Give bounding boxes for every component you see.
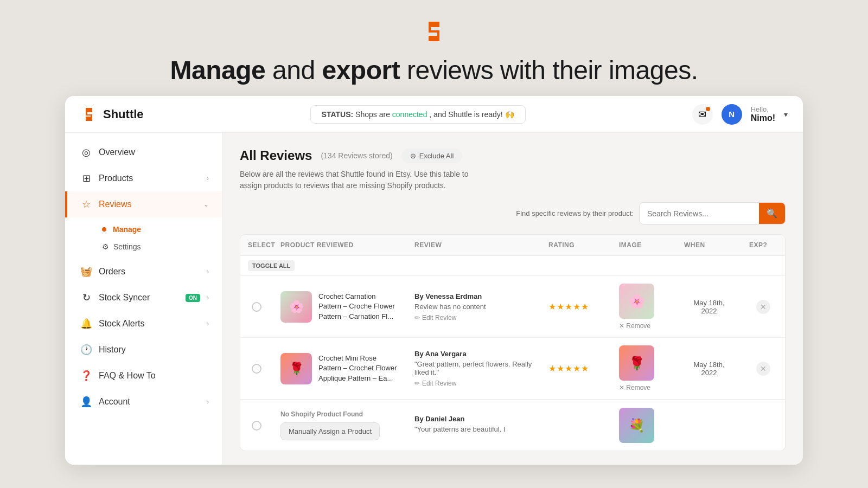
- hero-section: Manage and export reviews with their ima…: [0, 0, 868, 96]
- row3-review-image: 💐: [619, 408, 654, 443]
- account-icon: 👤: [80, 396, 92, 408]
- row3-select-cell: [240, 421, 273, 431]
- sidebar-item-history[interactable]: 🕐 History: [65, 337, 222, 363]
- sidebar-item-stock-syncer[interactable]: ↻ Stock Syncer ON ›: [65, 285, 222, 311]
- row1-exp-button[interactable]: ✕: [756, 300, 770, 314]
- history-icon: 🕐: [80, 344, 92, 356]
- notifications-button[interactable]: ✉: [692, 104, 713, 125]
- th-exp: EXP?: [742, 235, 785, 255]
- syncer-chevron-icon: ›: [207, 294, 209, 301]
- row1-review-image: 🌸: [619, 284, 654, 319]
- toggle-all-button[interactable]: TOGGLE ALL: [248, 260, 295, 271]
- main-content: All Reviews (134 Reviews stored) ⊝ Exclu…: [222, 133, 803, 465]
- toggle-all-row: TOGGLE ALL: [240, 256, 785, 276]
- row2-image-cell: 🌹 ✕ Remove: [611, 345, 676, 391]
- user-menu-chevron[interactable]: ▾: [784, 110, 788, 119]
- row2-when-cell: May 18th,2022: [676, 361, 742, 377]
- reviews-submenu: Manage ⚙ Settings: [65, 217, 222, 259]
- sidebar-item-orders[interactable]: 🧺 Orders ›: [65, 259, 222, 285]
- brand: Shuttle: [80, 106, 144, 123]
- row3-reviewer: By Daniel Jean: [414, 415, 533, 423]
- row2-review-cell: By Ana Vergara "Great pattern, perfect f…: [407, 350, 541, 387]
- row1-review-cell: By Venessa Erdman Review has no content …: [407, 292, 541, 322]
- search-input[interactable]: [640, 204, 759, 223]
- row2-remove-button[interactable]: ✕ Remove: [619, 384, 650, 391]
- sidebar-item-reviews[interactable]: ☆ Reviews ⌄: [65, 191, 222, 217]
- reviews-count: (134 Reviews stored): [321, 151, 392, 160]
- row2-product-cell: 🌹 Crochet Mini Rose Pattern – Crochet Fl…: [273, 353, 407, 384]
- search-icon: 🔍: [767, 208, 777, 219]
- account-chevron-icon: ›: [207, 398, 209, 406]
- sidebar-item-overview[interactable]: ◎ Overview: [65, 139, 222, 165]
- products-chevron-icon: ›: [207, 175, 209, 182]
- faq-icon: ❓: [80, 370, 92, 382]
- row2-stars: ★★★★★: [548, 364, 589, 373]
- sidebar-item-faq[interactable]: ❓ FAQ & How To: [65, 363, 222, 389]
- row1-edit-review-button[interactable]: ✏ Edit Review: [414, 314, 456, 322]
- search-input-wrap: 🔍: [639, 202, 786, 224]
- search-button[interactable]: 🔍: [759, 203, 785, 224]
- row1-image-cell: 🌸 ✕ Remove: [611, 284, 676, 330]
- row2-exp-cell: ✕: [742, 362, 785, 376]
- notification-dot: [705, 106, 711, 112]
- row3-review-cell: By Daniel Jean "Your patterns are beauti…: [407, 415, 541, 436]
- row2-select-cell: [240, 364, 273, 374]
- th-when: WHEN: [676, 235, 742, 255]
- hero-logo-icon: [418, 15, 450, 48]
- products-icon: ⊞: [80, 172, 92, 184]
- exclude-all-button[interactable]: ⊝ Exclude All: [401, 149, 463, 163]
- settings-sub-icon: ⚙: [102, 242, 109, 251]
- row3-radio[interactable]: [252, 421, 261, 431]
- stock-syncer-icon: ↻: [80, 292, 92, 304]
- table-row: 🌸 Crochet Carnation Pattern – Croche Flo…: [240, 276, 785, 338]
- hero-title: Manage and export reviews with their ima…: [170, 55, 698, 85]
- row1-product-cell: 🌸 Crochet Carnation Pattern – Croche Flo…: [273, 291, 407, 323]
- row2-product-image: 🌹: [280, 353, 312, 384]
- row1-remove-button[interactable]: ✕ Remove: [619, 322, 650, 330]
- row3-product-cell: No Shopify Product Found Manually Assign…: [273, 410, 407, 440]
- edit-icon: ✏: [414, 314, 420, 322]
- sidebar-item-products[interactable]: ⊞ Products ›: [65, 165, 222, 191]
- row1-rating-cell: ★★★★★: [541, 301, 611, 312]
- app-body: ◎ Overview ⊞ Products › ☆ Reviews ⌄ Mana…: [65, 133, 803, 465]
- search-row: Find specific reviews by their product: …: [240, 202, 786, 224]
- th-image: IMAGE: [611, 235, 676, 255]
- sidebar-item-account[interactable]: 👤 Account ›: [65, 389, 222, 415]
- th-review: REVIEW: [407, 235, 541, 255]
- app-window: Shuttle STATUS: Shops are connected , an…: [65, 96, 803, 465]
- row2-exp-button[interactable]: ✕: [756, 362, 770, 376]
- manually-assign-button[interactable]: Manually Assign a Product: [280, 422, 380, 440]
- avatar: N: [722, 104, 742, 125]
- reviews-header: All Reviews (134 Reviews stored) ⊝ Exclu…: [240, 148, 786, 163]
- th-select: SELECT: [240, 235, 273, 255]
- reviews-chevron-icon: ⌄: [203, 201, 209, 208]
- row3-image-cell: 💐: [611, 408, 676, 443]
- sidebar-sub-manage[interactable]: Manage: [95, 221, 222, 238]
- row2-reviewer: By Ana Vergara: [414, 350, 533, 358]
- search-label: Find specific reviews by their product:: [516, 209, 634, 217]
- orders-icon: 🧺: [80, 266, 92, 278]
- row1-when-cell: May 18th,2022: [676, 299, 742, 315]
- sidebar-sub-settings[interactable]: ⚙ Settings: [95, 238, 222, 255]
- alerts-chevron-icon: ›: [207, 320, 209, 328]
- header-right: ✉ N Hello, Nimo! ▾: [692, 104, 788, 125]
- row1-review-text: Review has no content: [414, 303, 533, 311]
- user-info: Hello, Nimo!: [751, 105, 775, 123]
- row2-radio[interactable]: [252, 364, 261, 374]
- reviews-icon: ☆: [80, 198, 92, 210]
- brand-logo-icon: [80, 106, 98, 123]
- orders-chevron-icon: ›: [207, 268, 209, 275]
- row1-date: May 18th,2022: [684, 299, 734, 315]
- row1-exp-cell: ✕: [742, 300, 785, 314]
- brand-name: Shuttle: [103, 107, 144, 121]
- sidebar-item-stock-alerts[interactable]: 🔔 Stock Alerts ›: [65, 311, 222, 337]
- row1-radio[interactable]: [252, 302, 261, 312]
- edit-icon: ✏: [414, 380, 420, 387]
- page-title: All Reviews: [240, 148, 312, 163]
- reviews-table: SELECT PRODUCT REVIEWED REVIEW RATING IM…: [240, 234, 786, 451]
- table-header: SELECT PRODUCT REVIEWED REVIEW RATING IM…: [240, 235, 785, 256]
- reviews-description: Below are all the reviews that Shuttle f…: [240, 169, 786, 191]
- th-rating: RATING: [541, 235, 611, 255]
- row2-edit-review-button[interactable]: ✏ Edit Review: [414, 380, 456, 387]
- row2-review-image: 🌹: [619, 345, 654, 381]
